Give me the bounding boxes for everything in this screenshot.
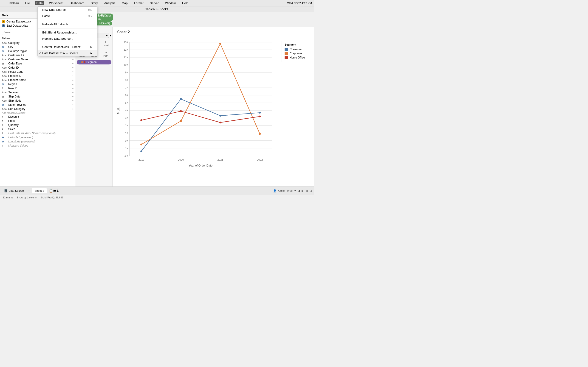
rows-cols: 1 row by 1 column [17, 196, 37, 199]
homeoffice-point-2019[interactable] [140, 119, 142, 121]
svg-text:2022: 2022 [257, 158, 263, 161]
datasource-central-icon: ⊞ [2, 20, 5, 23]
edit-blend-label: Edit Blend Relationships... [42, 31, 77, 34]
menu-central-sheet[interactable]: Central Dataset.xlsx – Sheet1 ▶ [38, 44, 97, 50]
field-profit[interactable]: # Profit [0, 119, 76, 123]
refresh-extracts-label: Refresh All Extracts... [42, 23, 71, 26]
field-orderdate[interactable]: ⊞ Order Date ⚭ [0, 61, 76, 66]
menu-refresh-extracts[interactable]: Refresh All Extracts... [38, 21, 97, 27]
field-longitude[interactable]: ⊕ Longitude (generated) [0, 140, 76, 144]
corporate-point-2020[interactable] [180, 120, 182, 122]
sheet-swap-button[interactable]: ⇄ [53, 189, 56, 193]
menu-data[interactable]: Data [35, 1, 44, 5]
sheet-download-button[interactable]: ⬇ [57, 189, 59, 193]
menu-tableau[interactable]: Tableau [7, 1, 20, 5]
menu-dashboard[interactable]: Dashboard [69, 1, 86, 5]
menu-separator-2 [38, 28, 97, 28]
marks-label-button[interactable]: T Label [100, 39, 111, 49]
homeoffice-point-2021[interactable] [219, 122, 221, 123]
chart-title: Sheet 2 [112, 27, 314, 35]
field-rowid[interactable]: # Row ID ⚭ [0, 86, 76, 90]
segment-pill[interactable]: Segment [77, 60, 111, 65]
corporate-point-2022[interactable] [259, 133, 261, 135]
corporate-point-2019[interactable] [140, 144, 142, 145]
page-nav-left[interactable]: ◀ [298, 189, 300, 192]
field-name-measurevalues: Measure Values [8, 144, 74, 147]
field-type-quantity: # [2, 124, 7, 126]
fit-button[interactable]: ⊡ [310, 189, 312, 192]
homeoffice-point-2022[interactable] [259, 116, 261, 117]
menu-server[interactable]: Server [149, 1, 160, 5]
central-submenu-arrow: ▶ [90, 46, 92, 48]
corporate-point-2021[interactable] [219, 43, 221, 44]
field-sales[interactable]: # Sales [0, 127, 76, 131]
homeoffice-point-2020[interactable] [180, 110, 182, 112]
menu-new-data-source[interactable]: New Data Source ⌘D [38, 7, 97, 13]
svg-text:8K: 8K [125, 79, 128, 81]
menu-replace-datasource[interactable]: Replace Data Source... [38, 35, 97, 42]
field-link-orderid: ⚭ [72, 67, 74, 69]
menu-worksheet[interactable]: Worksheet [48, 1, 65, 5]
field-type-discount: # [2, 115, 7, 118]
menu-story[interactable]: Story [89, 1, 99, 5]
field-orderid[interactable]: Abc Order ID ⚭ [0, 66, 76, 70]
menu-format[interactable]: Format [132, 1, 145, 5]
menu-east-sheet[interactable]: East Dataset.xlsx – Sheet1 ▶ [38, 50, 97, 56]
svg-text:4K: 4K [125, 109, 128, 112]
user-dropdown-icon[interactable]: ▾ [294, 189, 296, 192]
page-nav-right[interactable]: ▶ [302, 189, 304, 192]
menu-help[interactable]: Help [181, 1, 190, 5]
segment-pill-label: Segment [86, 60, 97, 64]
consumer-point-2021[interactable] [219, 115, 221, 117]
consumer-point-2019[interactable] [140, 150, 142, 152]
field-state[interactable]: ⊕ State/Province ⚭ [0, 103, 76, 107]
menu-separator-3 [38, 43, 97, 43]
menu-edit-blend[interactable]: Edit Blend Relationships... [38, 29, 97, 35]
menu-analysis[interactable]: Analysis [103, 1, 117, 5]
field-measurevalues[interactable]: # Measure Values [0, 144, 76, 148]
central-sheet-label: Central Dataset.xlsx – Sheet1 [42, 45, 82, 49]
field-customername[interactable]: Abc Customer Name ⚭ [0, 57, 76, 61]
field-subcategory[interactable]: Abc Sub-Category ⚭ [0, 107, 76, 111]
datasource-tab[interactable]: 🗄️ Data Source [2, 188, 26, 193]
user-icon: 👤 [273, 189, 277, 192]
field-type-segment: Abc [2, 91, 7, 94]
field-discount[interactable]: # Discount [0, 115, 76, 119]
data-dropdown-menu: New Data Source ⌘D Paste ⌘V Refresh All … [37, 6, 97, 56]
svg-text:1K: 1K [125, 132, 128, 134]
menu-window[interactable]: Window [164, 1, 177, 5]
svg-text:2021: 2021 [217, 158, 223, 161]
new-data-source-shortcut: ⌘D [87, 8, 92, 11]
field-productname[interactable]: Abc Product Name ⚭ [0, 78, 76, 82]
field-productid[interactable]: Abc Product ID ⚭ [0, 74, 76, 78]
field-link-productname: ⚭ [72, 79, 74, 81]
apple-menu[interactable]:  [2, 1, 3, 5]
field-count[interactable]: # East Dataset.xlsx - Sheet1.csv (Count) [0, 131, 76, 135]
field-type-shipdate: ⊞ [2, 95, 7, 98]
field-segment[interactable]: Abc Segment ⚭ [0, 90, 76, 94]
field-name-count: East Dataset.xlsx - Sheet1.csv (Count) [8, 132, 74, 135]
menu-paste[interactable]: Paste ⌘V [38, 13, 97, 19]
datasource-tab-label: Data Source [9, 189, 24, 192]
field-shipdate[interactable]: ⊞ Ship Date ⚭ [0, 94, 76, 99]
consumer-point-2020[interactable] [180, 98, 182, 100]
replace-datasource-label: Replace Data Source... [42, 37, 73, 40]
field-shipmode[interactable]: Abc Ship Mode ⚭ [0, 99, 76, 103]
bottom-bar-right: 👤 Colten Woo ▾ ◀ ▶ ⊞ ⊡ [273, 189, 312, 192]
menu-map[interactable]: Map [120, 1, 129, 5]
consumer-point-2022[interactable] [259, 112, 261, 114]
field-postalcode[interactable]: Abc Postal Code ⚭ [0, 70, 76, 74]
marks-path-button[interactable]: 〰 Path [100, 50, 111, 58]
field-quantity[interactable]: # Quantity [0, 123, 76, 127]
sheet-add-button[interactable]: 📋 [49, 189, 53, 193]
datasource-east-label: East Dataset.xlsx – [6, 24, 30, 27]
field-link-rowid: ⚭ [72, 87, 74, 90]
add-sheet-button[interactable]: + [27, 189, 31, 193]
y-axis-label: Profit [117, 107, 120, 114]
field-latitude[interactable]: ⊕ Latitude (generated) [0, 135, 76, 140]
field-region[interactable]: ⊕ Region ⚭ [0, 82, 76, 86]
menu-file[interactable]: File [24, 1, 31, 5]
field-type-rowid: # [2, 87, 7, 90]
sheet2-tab[interactable]: Sheet 2 [32, 188, 47, 193]
view-toggle[interactable]: ⊞ [305, 189, 308, 192]
